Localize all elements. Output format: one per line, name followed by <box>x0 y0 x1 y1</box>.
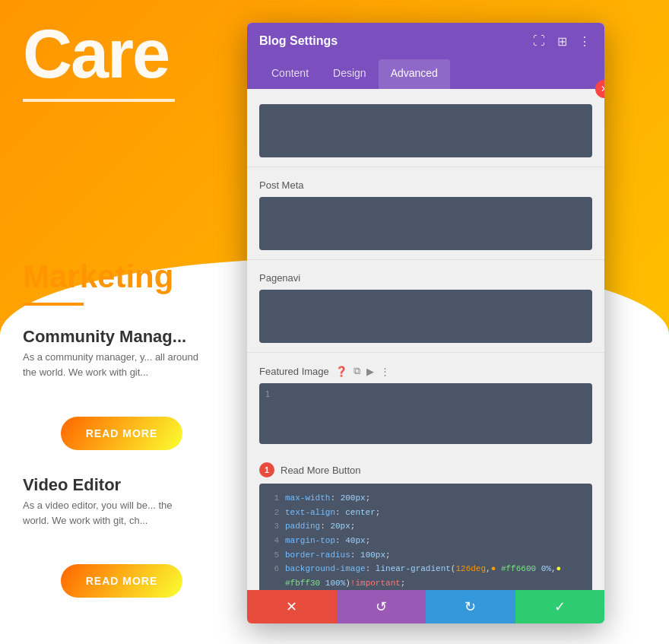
pagenavi-textarea[interactable] <box>259 290 592 343</box>
read-more-button-1[interactable]: READ MORE <box>61 417 182 450</box>
featured-image-section: Featured Image ❓ ⧉ ▶ ⋮ 1 <box>247 352 604 453</box>
more-options-icon[interactable]: ⋮ <box>577 33 592 49</box>
copy-icon[interactable]: ⧉ <box>354 365 360 377</box>
modal-header: Blog Settings ⛶ ⊞ ⋮ <box>247 23 604 59</box>
blog-settings-panel: Blog Settings ⛶ ⊞ ⋮ Content Design Advan… <box>247 23 604 623</box>
reset-button[interactable]: ↺ <box>337 590 426 623</box>
read-more-header: 1 Read More Button <box>259 462 592 477</box>
care-underline <box>23 99 175 102</box>
tab-design[interactable]: Design <box>321 59 379 89</box>
job1-desc: As a community manager, y... all aroundt… <box>23 350 198 379</box>
job1-title: Community Manag... <box>23 327 186 347</box>
code-line-5: 5 border-radius: 100px; <box>268 548 583 563</box>
code-line-3: 3 padding: 20px; <box>268 519 583 534</box>
code-block: 1 max-width: 200px; 2 text-align: center… <box>259 484 592 590</box>
help-question-icon[interactable]: ❓ <box>335 366 347 377</box>
modal-header-icons: ⛶ ⊞ ⋮ <box>531 33 592 49</box>
read-more-button-2[interactable]: READ MORE <box>61 564 182 598</box>
pagenavi-section: Pagenavi <box>247 259 604 352</box>
job2-title: Video Editor <box>23 475 121 495</box>
marketing-title: Marketing <box>23 259 173 295</box>
post-meta-textarea[interactable] <box>259 197 592 250</box>
featured-image-header: Featured Image ❓ ⧉ ▶ ⋮ <box>259 365 592 377</box>
code-line-1: 1 max-width: 200px; <box>268 491 583 506</box>
top-gray-block <box>259 104 592 157</box>
tab-content[interactable]: Content <box>259 59 321 89</box>
columns-icon[interactable]: ⊞ <box>554 33 569 49</box>
code-line-2: 2 text-align: center; <box>268 506 583 520</box>
fullscreen-icon[interactable]: ⛶ <box>531 33 547 49</box>
modal-body[interactable]: Post Meta Pagenavi Featured Image ❓ ⧉ ▶ … <box>247 89 604 590</box>
modal-footer: ✕ ↺ ↻ ✓ <box>247 590 604 623</box>
care-title: Care <box>23 15 169 94</box>
save-button[interactable]: ✓ <box>515 590 605 623</box>
badge-1: 1 <box>259 462 274 477</box>
cancel-button[interactable]: ✕ <box>247 590 337 623</box>
top-section <box>247 89 604 167</box>
read-more-section: 1 Read More Button 1 max-width: 200px; 2… <box>247 453 604 590</box>
featured-image-label: Featured Image <box>259 366 329 377</box>
modal-tabs: Content Design Advanced <box>247 59 604 89</box>
line-number-1: 1 <box>265 389 270 398</box>
code-line-4: 4 margin-top: 40px; <box>268 534 583 548</box>
modal-title: Blog Settings <box>259 34 338 48</box>
cursor-icon[interactable]: ▶ <box>366 366 374 377</box>
code-line-6: 6 background-image: linear-gradient(126d… <box>268 562 583 590</box>
marketing-underline <box>23 303 84 306</box>
tab-advanced[interactable]: Advanced <box>379 59 450 89</box>
job2-desc: As a video editor, you will be... thewor… <box>23 498 173 528</box>
redo-button[interactable]: ↻ <box>426 590 515 623</box>
post-meta-label: Post Meta <box>259 179 592 191</box>
pagenavi-label: Pagenavi <box>259 272 592 284</box>
more-icon[interactable]: ⋮ <box>380 366 390 377</box>
featured-image-area: 1 <box>259 383 592 444</box>
read-more-label: Read More Button <box>281 465 361 476</box>
post-meta-section: Post Meta <box>247 167 604 259</box>
